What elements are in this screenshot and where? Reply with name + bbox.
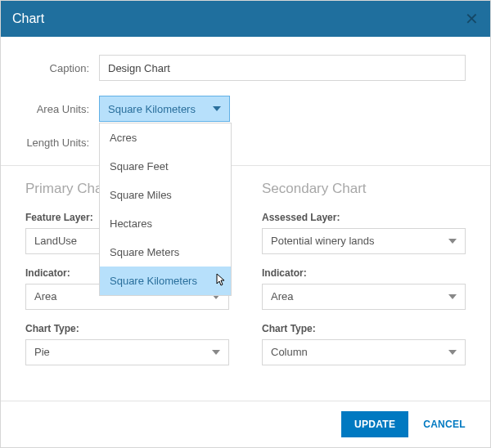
close-icon[interactable]: ✕ — [465, 9, 479, 29]
caret-down-icon — [448, 294, 457, 299]
assessed-layer-field: Assessed Layer: Potential winery lands — [262, 212, 466, 254]
caret-down-icon — [213, 106, 221, 111]
select-value: Potential winery lands — [271, 235, 374, 247]
caption-row: Caption: — [25, 55, 466, 81]
dialog-title: Chart — [12, 11, 44, 26]
assessed-layer-select[interactable]: Potential winery lands — [262, 228, 466, 254]
title-bar: Chart ✕ — [1, 1, 490, 37]
dialog-content: Caption: Area Units: Square Kilometers A… — [1, 37, 490, 401]
secondary-chart-column: Secondary Chart Assessed Layer: Potentia… — [262, 181, 466, 379]
area-units-option[interactable]: Square Meters — [100, 238, 231, 267]
cancel-button[interactable]: CANCEL — [415, 419, 474, 430]
secondary-heading: Secondary Chart — [262, 181, 466, 197]
chart-dialog: Chart ✕ Caption: Area Units: Square Kilo… — [0, 0, 491, 448]
primary-chart-type-select[interactable]: Pie — [25, 339, 229, 365]
assessed-layer-label: Assessed Layer: — [262, 212, 466, 223]
secondary-indicator-field: Indicator: Area — [262, 267, 466, 310]
primary-chart-type-field: Chart Type: Pie — [25, 323, 229, 365]
caption-label: Caption: — [25, 62, 99, 74]
select-value: Pie — [34, 346, 50, 358]
area-units-dropdown[interactable]: Square Kilometers Acres Square Feet Squa… — [99, 96, 230, 122]
caret-down-icon — [212, 350, 220, 355]
option-label: Square Kilometers — [110, 275, 197, 287]
select-value: Area — [271, 290, 293, 302]
area-units-option[interactable]: Square Miles — [100, 181, 231, 209]
primary-chart-type-label: Chart Type: — [25, 323, 229, 334]
divider — [1, 165, 490, 166]
length-units-row: Length Units: — [25, 137, 466, 150]
caret-down-icon — [448, 350, 457, 355]
area-units-options: Acres Square Feet Square Miles Hectares … — [99, 123, 232, 296]
update-button[interactable]: UPDATE — [341, 411, 408, 437]
select-value: Area — [34, 290, 56, 302]
area-units-row: Area Units: Square Kilometers Acres Squa… — [25, 96, 466, 122]
select-value: LandUse — [34, 235, 77, 247]
area-units-option[interactable]: Square Feet — [100, 152, 231, 181]
area-units-option[interactable]: Acres — [100, 123, 231, 152]
area-units-label: Area Units: — [25, 103, 99, 115]
pointer-cursor-icon — [213, 273, 226, 292]
secondary-chart-type-field: Chart Type: Column — [262, 323, 466, 365]
secondary-chart-type-select[interactable]: Column — [262, 339, 466, 365]
select-value: Column — [271, 346, 308, 358]
secondary-chart-type-label: Chart Type: — [262, 323, 466, 334]
area-units-option[interactable]: Hectares — [100, 209, 231, 238]
caret-down-icon — [448, 239, 457, 244]
secondary-indicator-select[interactable]: Area — [262, 284, 466, 310]
area-units-option-selected[interactable]: Square Kilometers — [100, 267, 231, 295]
secondary-indicator-label: Indicator: — [262, 267, 466, 279]
length-units-label: Length Units: — [25, 137, 99, 150]
chart-columns: Primary Chart Feature Layer: LandUse Ind… — [25, 181, 466, 379]
area-units-selected: Square Kilometers — [108, 103, 196, 115]
dialog-footer: UPDATE CANCEL — [1, 401, 490, 447]
caption-input[interactable] — [99, 55, 466, 81]
